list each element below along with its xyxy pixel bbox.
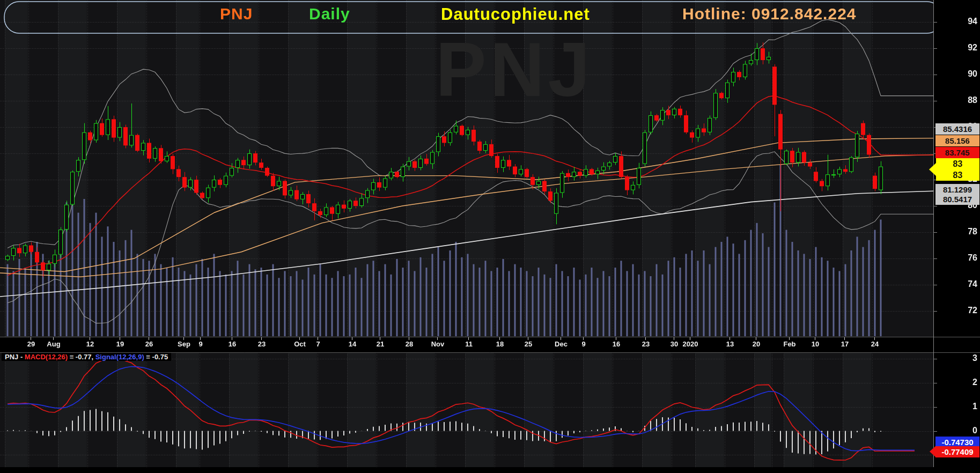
date-axis-label: 16 (613, 340, 620, 348)
macd-axis-label: 3 (945, 353, 977, 363)
date-axis-label: 23 (642, 340, 650, 348)
date-axis-label: 12 (86, 340, 94, 348)
date-axis-label: 21 (377, 340, 384, 348)
watermark-text: PNJ (436, 26, 593, 114)
macd-legend-part: = -0.77, (68, 353, 95, 361)
date-axis-label: 17 (841, 340, 849, 348)
date-axis-label: Oct (294, 340, 306, 348)
date-axis-label: 30 (670, 340, 678, 348)
price-level-tag: 83.745 (935, 147, 979, 158)
date-axis-label: 26 (145, 340, 153, 348)
price-axis-label: 78 (945, 227, 977, 236)
header-timeframe: Daily (309, 5, 350, 23)
price-axis-label: 76 (945, 253, 977, 263)
price-level-tag: 80.5417 (935, 194, 979, 205)
date-axis-label: 9 (581, 340, 585, 348)
price-level-tag: 85.156 (935, 135, 979, 146)
last-price-tag: 8383 (936, 158, 979, 181)
date-axis-label: Dec (555, 340, 568, 348)
date-axis-label: Sep (178, 340, 190, 348)
macd-legend-part: PNJ - (5, 353, 25, 361)
date-axis-label: 2020 (683, 340, 698, 348)
price-level-tag: 85.4316 (935, 123, 979, 135)
price-axis-label: 94 (945, 17, 977, 26)
date-axis-label: 28 (406, 340, 413, 348)
date-axis-label: 11 (465, 340, 473, 348)
price-axis-label: 74 (945, 279, 977, 289)
date-axis-label: 14 (349, 340, 356, 348)
date-axis-label: Nov (431, 340, 445, 348)
date-axis-label: 16 (229, 340, 236, 348)
header-site-link[interactable]: Dautucophieu.net (441, 5, 590, 24)
date-axis-label: 25 (525, 340, 532, 348)
macd-value-tag: -0.77409 (935, 446, 979, 457)
date-axis-label: 18 (496, 340, 504, 348)
date-axis-label: 9 (198, 340, 202, 348)
tag-arrow-icon (930, 446, 935, 457)
macd-legend: PNJ - MACD(12,26) = -0.77, Signal(12,26,… (2, 353, 171, 361)
date-axis-label: 24 (871, 340, 879, 348)
date-axis-label: 29 (27, 340, 35, 348)
date-axis-label: Aug (47, 340, 60, 348)
chart-window: PNJ PNJ Daily Dautucophieu.net Hotline: … (0, 0, 980, 473)
macd-legend-part: Signal(12,26,9) (95, 353, 144, 361)
price-axis-label: 90 (945, 69, 977, 79)
macd-legend-part: MACD(12,26) (25, 353, 68, 361)
macd-legend-part: = -0.75 (144, 353, 168, 361)
date-axis-label: 19 (116, 340, 124, 348)
date-axis-label: 23 (258, 340, 266, 348)
macd-axis-label: 2 (945, 378, 977, 387)
macd-axis-label: 1 (945, 402, 977, 411)
date-axis-label: Feb (783, 340, 795, 348)
date-axis-label: 13 (726, 340, 734, 348)
date-axis-label: 20 (753, 340, 760, 348)
date-axis-label: 7 (316, 340, 320, 348)
tag-arrow-icon (929, 163, 936, 176)
price-axis-label: 88 (945, 95, 977, 105)
price-axis-label: 72 (945, 306, 977, 315)
header-symbol: PNJ (220, 5, 253, 23)
date-axis-label: 10 (812, 340, 819, 348)
price-axis-label: 92 (945, 43, 977, 53)
macd-axis-label: 0 (945, 426, 977, 435)
header-hotline: Hotline: 0912.842.224 (682, 5, 857, 23)
